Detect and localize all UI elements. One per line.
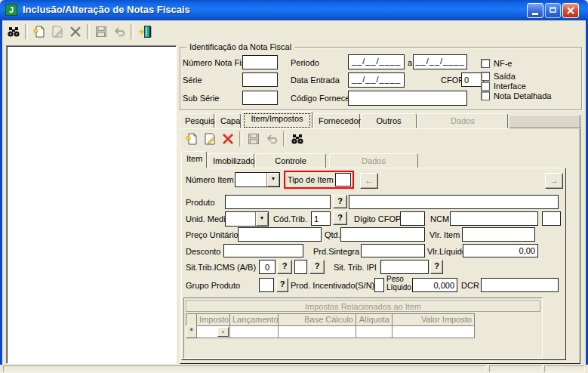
help-icon: ? (315, 261, 320, 270)
numero-item-combo[interactable]: ▼ (235, 172, 280, 187)
nfe-checkbox[interactable] (481, 59, 490, 68)
undo-icon (264, 131, 279, 146)
grid-cell-aliquota[interactable] (356, 325, 393, 338)
save-button[interactable] (92, 23, 110, 41)
produto-input[interactable] (225, 195, 331, 209)
prod-incentivado-input[interactable] (374, 278, 384, 292)
saida-checkbox[interactable] (481, 72, 490, 81)
results-list[interactable] (6, 45, 177, 364)
grid-cell-imposto[interactable]: ▼ (196, 325, 230, 338)
grid-cell-lancamento[interactable] (229, 325, 279, 338)
window-border-left (0, 20, 2, 373)
sub-serie-input[interactable] (242, 91, 278, 105)
periodo-to-input[interactable]: __/__/____ (413, 54, 467, 69)
interface-label: Interface (494, 82, 526, 91)
maximize-button[interactable] (545, 3, 561, 18)
minimize-button[interactable] (527, 3, 543, 18)
tab-capa[interactable]: Capa (215, 113, 241, 128)
serie-input[interactable] (242, 72, 278, 87)
tab-imobilizado[interactable]: Imobilizado (208, 153, 254, 168)
grid-header-base-calculo[interactable]: Base Cálculo (278, 313, 356, 326)
peso-liquido-input[interactable] (412, 278, 457, 292)
tab-pesquisa[interactable]: Pesquisa (180, 113, 214, 128)
sit-trib-icms-a-help-button[interactable]: ? (277, 260, 292, 274)
sit-trib-ipi-label: Sit. Trib. IPI (334, 263, 377, 272)
prev-item-button[interactable]: ← (360, 173, 378, 189)
tab-dados-complementares[interactable]: Dados Complementares (417, 113, 508, 128)
chevron-down-icon[interactable]: ▼ (255, 212, 268, 226)
delete-button[interactable] (66, 23, 85, 41)
next-item-button[interactable]: → (545, 173, 563, 189)
tab-controle-terceiros[interactable]: Controle Terceiros (255, 153, 326, 168)
exit-button[interactable] (136, 23, 154, 41)
grid-cell-base-calculo[interactable] (278, 325, 356, 338)
sit-trib-ipi-help-button[interactable]: ? (430, 260, 443, 274)
grid-header-aliquota[interactable]: Alíquota (356, 313, 393, 326)
ncm-input[interactable] (450, 211, 538, 226)
cod-trib-input[interactable] (311, 211, 331, 226)
unid-medida-combo[interactable]: ▼ (225, 211, 269, 227)
close-button[interactable] (562, 3, 579, 18)
sit-trib-icms-label: Sit.Trib.ICMS (A/B) (186, 263, 256, 272)
numero-nota-fiscal-input[interactable] (242, 55, 278, 69)
search-icon (6, 24, 21, 39)
tab-fornecedor[interactable]: Fornecedor (313, 113, 360, 128)
item-undo-button[interactable] (263, 130, 281, 148)
chevron-down-icon[interactable]: ▼ (266, 173, 279, 186)
vlr-item-input[interactable] (462, 227, 535, 242)
produto-help-button[interactable]: ? (333, 195, 347, 208)
status-panel-main (3, 365, 486, 372)
desconto-input[interactable] (223, 244, 303, 257)
sit-trib-icms-b-input[interactable] (294, 260, 307, 274)
toolbar-separator (87, 24, 90, 39)
grid-header-imposto[interactable]: Imposto (196, 313, 230, 326)
preco-unitario-input[interactable] (238, 227, 322, 242)
data-entrada-input[interactable]: __/__/____ (348, 72, 405, 88)
titlebar[interactable]: J Inclusão/Alteração de Notas Fiscais (0, 0, 588, 20)
grupo-produto-help-button[interactable]: ? (276, 278, 288, 292)
undo-icon (112, 24, 127, 39)
codigo-fornecedor-input[interactable] (348, 91, 467, 106)
chevron-down-icon[interactable]: ▼ (217, 327, 229, 337)
item-new-button[interactable] (183, 130, 201, 148)
item-search-button[interactable] (288, 130, 306, 148)
periodo-from-input[interactable]: __/__/____ (348, 54, 405, 69)
grid-new-row-selector[interactable]: * (186, 325, 197, 338)
interface-checkbox[interactable] (481, 82, 490, 91)
tab-item-dados-complementares[interactable]: Dados Complementares (329, 153, 418, 168)
nota-detalhada-checkbox[interactable] (481, 91, 490, 100)
search-button[interactable] (5, 23, 23, 41)
sit-trib-ipi-input[interactable] (380, 260, 429, 274)
undo-button[interactable] (110, 23, 128, 41)
grid-cell-valor-imposto[interactable] (392, 325, 475, 338)
vlr-item-label: Vlr. Item (429, 230, 460, 239)
tab-outros-dados[interactable]: Outros Dados (361, 113, 417, 128)
edit-button[interactable] (48, 23, 66, 41)
vlr-liquido-input[interactable] (463, 244, 538, 257)
item-edit-button[interactable] (201, 130, 219, 148)
item-save-button[interactable] (245, 130, 263, 148)
preco-unitario-label: Preço Unitário (186, 230, 239, 239)
prd-sintegra-input[interactable] (361, 244, 425, 257)
grid-header-selector (186, 313, 197, 326)
grid-header-lancamento[interactable]: Lançamento (229, 313, 279, 326)
dcr-input[interactable] (481, 278, 559, 292)
new-button[interactable] (30, 23, 48, 41)
window-title: Inclusão/Alteração de Notas Fiscais (23, 4, 190, 15)
grid-header-valor-imposto[interactable]: Valor Imposto (392, 313, 475, 326)
produto-descricao-input[interactable] (349, 195, 559, 209)
ncm-extra-input[interactable] (542, 211, 561, 226)
item-delete-button[interactable] (219, 130, 237, 148)
groupbox-title: Identificação da Nota Fiscal (186, 42, 294, 51)
toolbar-separator (239, 131, 242, 146)
help-icon: ? (337, 213, 343, 222)
tab-item-impostos[interactable]: Item/Impostos (242, 111, 312, 128)
sit-trib-icms-b-help-button[interactable]: ? (309, 260, 325, 274)
qtd-input[interactable] (340, 227, 425, 242)
close-icon (566, 6, 575, 15)
digito-cfop-input[interactable] (400, 211, 425, 226)
sit-trib-icms-a-input[interactable] (259, 260, 276, 274)
cod-trib-help-button[interactable]: ? (333, 211, 347, 225)
grupo-produto-input[interactable] (259, 278, 274, 292)
tab-item[interactable]: Item (181, 151, 207, 168)
